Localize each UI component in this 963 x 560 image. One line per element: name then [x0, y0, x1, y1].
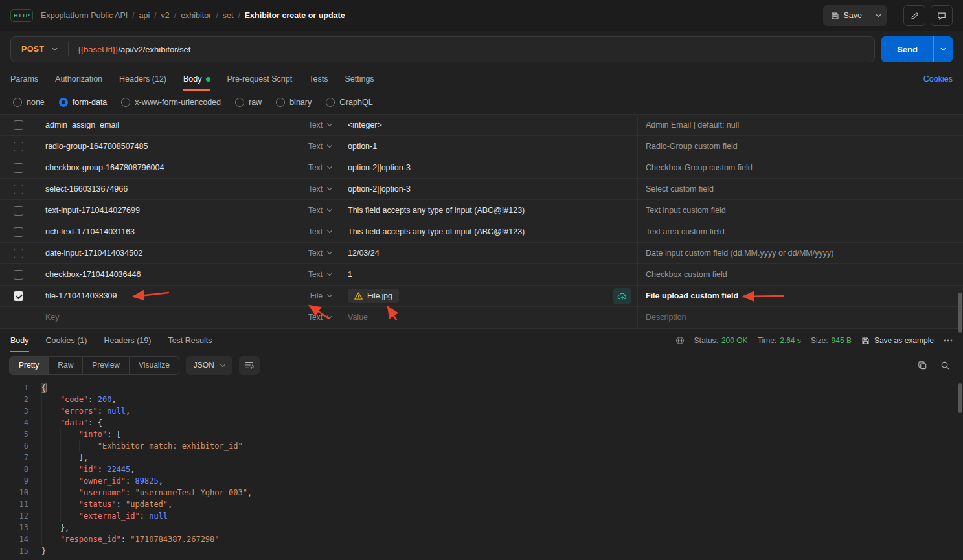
form-value[interactable]: This field accepts any type of input (AB… — [348, 227, 525, 236]
type-select[interactable]: Text — [308, 120, 341, 129]
row-checkbox[interactable] — [14, 270, 23, 280]
response-tab-body[interactable]: Body — [10, 329, 29, 352]
send-button[interactable]: Send — [881, 36, 933, 62]
form-key[interactable]: text-input-1710414027699 — [45, 206, 140, 215]
row-checkbox[interactable] — [14, 206, 23, 216]
body-mode-form-data[interactable]: form-data — [59, 98, 108, 107]
save-as-example-button[interactable]: Save as example — [861, 336, 934, 345]
form-description[interactable]: Radio-Group custom field — [646, 142, 738, 151]
response-tab-cookies-1[interactable]: Cookies (1) — [46, 329, 87, 352]
form-key[interactable]: admin_assign_email — [45, 120, 119, 129]
body-mode-binary[interactable]: binary — [276, 98, 312, 107]
type-select[interactable]: Text — [308, 163, 341, 172]
form-key[interactable]: checkbox-group-1647808796004 — [45, 163, 164, 172]
response-tab-test-results[interactable]: Test Results — [168, 329, 212, 352]
form-value[interactable]: option-1 — [348, 142, 377, 151]
file-chip[interactable]: File.jpg — [348, 289, 399, 303]
comments-button[interactable] — [931, 5, 953, 26]
tab-params[interactable]: Params — [10, 67, 38, 91]
form-value[interactable]: This field accepts any type of input (AB… — [348, 206, 525, 215]
body-mode-raw[interactable]: raw — [235, 98, 262, 107]
upload-file-button[interactable] — [613, 288, 631, 304]
form-description[interactable]: Select custom field — [646, 185, 714, 194]
breadcrumb-item[interactable]: set — [223, 11, 234, 20]
row-checkbox[interactable] — [14, 227, 23, 237]
type-select[interactable]: File — [310, 291, 341, 300]
form-key[interactable]: file-1710414038309 — [45, 291, 117, 300]
body-mode-none[interactable]: none — [13, 98, 45, 107]
wrap-lines-button[interactable] — [239, 356, 260, 375]
tab-pre-request-script[interactable]: Pre-request Script — [227, 67, 293, 91]
search-response-button[interactable] — [940, 361, 950, 370]
type-select[interactable]: Text — [308, 313, 341, 322]
more-options-icon[interactable] — [944, 339, 953, 342]
form-description[interactable]: Checkbox custom field — [646, 270, 727, 279]
form-key[interactable]: date-input-1710414034502 — [45, 249, 142, 258]
tab-settings[interactable]: Settings — [345, 67, 374, 91]
form-value[interactable]: option-2||option-3 — [348, 163, 411, 172]
row-checkbox[interactable] — [14, 291, 23, 301]
form-description[interactable]: Date input custom field (dd.MM.yyyy or d… — [646, 249, 833, 258]
type-select[interactable]: Text — [308, 206, 341, 215]
format-select[interactable]: JSON — [186, 356, 232, 375]
tab-body[interactable]: Body — [183, 67, 210, 91]
form-value[interactable]: 12/03/24 — [348, 249, 380, 258]
view-tab-raw[interactable]: Raw — [49, 357, 83, 374]
type-select[interactable]: Text — [308, 249, 341, 258]
form-key[interactable]: select-1660313674966 — [45, 185, 128, 194]
status-badge[interactable]: Status:200 OK — [694, 336, 748, 345]
save-button[interactable]: Save — [823, 5, 870, 26]
form-key[interactable]: checkbox-1710414036446 — [45, 270, 141, 279]
view-tab-preview[interactable]: Preview — [83, 357, 130, 374]
response-tab-headers-19[interactable]: Headers (19) — [104, 329, 151, 352]
cookies-link[interactable]: Cookies — [923, 74, 953, 84]
row-checkbox[interactable] — [14, 185, 23, 194]
size-badge[interactable]: Size:945 B — [811, 336, 852, 345]
send-split-button: Send — [881, 36, 953, 62]
form-key[interactable]: Key — [45, 313, 60, 322]
form-description[interactable]: Text area custom field — [646, 227, 725, 236]
breadcrumb-item[interactable]: v2 — [161, 11, 170, 20]
copy-response-button[interactable] — [918, 361, 927, 370]
breadcrumb-item[interactable]: Expoplatform Public API — [41, 11, 128, 20]
url-input[interactable]: {{baseUrl}}/api/v2/exhibitor/set — [69, 45, 199, 54]
form-key[interactable]: rich-text-1710414031163 — [45, 227, 135, 236]
breadcrumb-item[interactable]: api — [139, 11, 150, 20]
scrollbar-thumb[interactable] — [958, 293, 962, 333]
form-description[interactable]: Text input custom field — [646, 206, 726, 215]
type-select[interactable]: Text — [308, 227, 341, 236]
response-body-editor[interactable]: 123456789101112131415 {"code": 200,"erro… — [0, 378, 963, 560]
code-line: } — [41, 545, 963, 557]
send-options-button[interactable] — [933, 36, 953, 62]
method-select[interactable]: POST — [11, 45, 68, 54]
form-value[interactable]: option-2||option-3 — [348, 185, 411, 194]
form-description[interactable]: File upload custom field — [646, 291, 738, 300]
row-checkbox[interactable] — [14, 120, 23, 130]
type-select[interactable]: Text — [308, 142, 341, 151]
form-value[interactable]: <integer> — [348, 120, 382, 129]
form-value[interactable]: 1 — [348, 270, 352, 279]
type-select[interactable]: Text — [308, 270, 341, 279]
row-checkbox[interactable] — [14, 142, 23, 151]
type-select[interactable]: Text — [308, 185, 341, 194]
scrollbar-thumb[interactable] — [958, 383, 962, 413]
tab-headers-12[interactable]: Headers (12) — [119, 67, 166, 91]
row-checkbox[interactable] — [14, 163, 23, 173]
network-icon[interactable] — [675, 336, 685, 345]
time-badge[interactable]: Time:2.64 s — [758, 336, 801, 345]
view-tab-pretty[interactable]: Pretty — [10, 357, 49, 374]
save-options-button[interactable] — [870, 5, 887, 26]
form-description[interactable]: Checkbox-Group custom field — [646, 163, 753, 172]
body-mode-x-www-form-urlencoded[interactable]: x-www-form-urlencoded — [121, 98, 221, 107]
tab-authorization[interactable]: Authorization — [55, 67, 102, 91]
form-description[interactable]: Admin Email | default: null — [646, 120, 739, 129]
form-description[interactable]: Description — [646, 313, 686, 322]
view-tab-visualize[interactable]: Visualize — [130, 357, 179, 374]
breadcrumb-item[interactable]: exhibitor — [181, 11, 211, 20]
edit-button[interactable] — [903, 5, 925, 26]
form-key[interactable]: radio-group-1647808507485 — [45, 142, 148, 151]
tab-tests[interactable]: Tests — [309, 67, 328, 91]
form-value[interactable]: Value — [348, 313, 368, 322]
row-checkbox[interactable] — [14, 249, 23, 258]
body-mode-graphql[interactable]: GraphQL — [326, 98, 372, 107]
